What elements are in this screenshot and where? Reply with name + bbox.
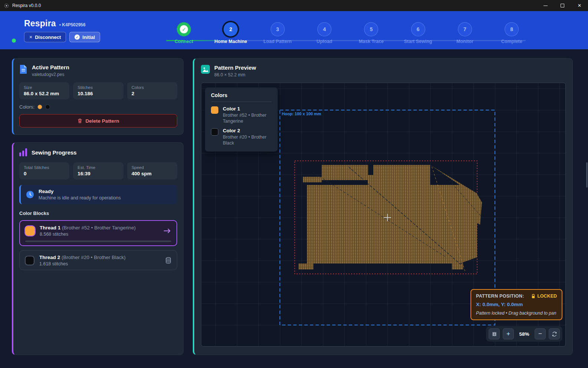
step-done-icon: ✓ — [177, 22, 191, 36]
legend-title: Colors — [211, 92, 272, 102]
clock-icon — [26, 190, 34, 199]
sewing-progress-card: Sewing Progress Total Stitches 0 Est. Ti… — [12, 142, 184, 355]
minimize-icon — [544, 6, 548, 6]
stat-speed: Speed 400 spm — [127, 162, 177, 179]
thread-swatch — [25, 256, 34, 265]
disconnect-button[interactable]: × Disconnect — [24, 32, 66, 42]
step-mask-trace[interactable]: 5 Mask Trace — [348, 22, 394, 44]
thread-name: Thread 2 (Brother #20 • Brother Black) — [39, 255, 126, 260]
initial-button[interactable]: ✓ Initial — [69, 32, 100, 42]
color-swatch-orange — [37, 105, 42, 109]
active-pattern-card: Active Pattern valetudogv2.pes Size 86.0… — [12, 58, 184, 135]
maximize-button[interactable] — [554, 0, 571, 11]
stat-colors: Colors 2 — [127, 82, 177, 99]
locked-badge: LOCKED — [531, 294, 557, 299]
check-circle-icon: ✓ — [75, 34, 80, 40]
step-home-machine[interactable]: 2 Home Machine — [207, 22, 254, 44]
step-load-pattern[interactable]: 3 Load Pattern — [254, 22, 301, 44]
card-title: Active Pattern — [32, 64, 69, 70]
scrollbar-thumb[interactable] — [586, 162, 588, 188]
pattern-dimensions: 86.0 × 52.2 mm — [214, 72, 256, 77]
minus-icon: − — [538, 330, 542, 338]
serial-number: • K4P502956 — [59, 22, 86, 27]
stat-total-stitches: Total Stitches 0 — [19, 162, 69, 179]
window-title: Respira v0.0.0 — [12, 3, 41, 8]
card-title: Sewing Progress — [32, 149, 77, 156]
x-icon: × — [29, 34, 32, 40]
step-monitor[interactable]: 7 Monitor — [442, 22, 488, 44]
fit-view-button[interactable] — [489, 328, 500, 339]
thread-block-2[interactable]: Thread 2 (Brother #20 • Brother Black) 1… — [19, 250, 177, 270]
position-coordinates: X: 0.0mm, Y: 0.0mm — [476, 302, 557, 307]
window-titlebar: Respira v0.0.0 ✕ — [0, 0, 588, 11]
pattern-position-overlay: PATTERN POSITION: LOCKED X: 0.0mm, Y: 0.… — [470, 289, 562, 320]
thread-swatch — [25, 226, 35, 236]
legend-item-color1: Color 1 Brother #52 • Brother Tangerine — [211, 106, 272, 124]
step-start-sewing[interactable]: 6 Start Sewing — [394, 22, 441, 44]
position-hint: Pattern locked • Drag background to pan — [476, 311, 557, 316]
position-label: PATTERN POSITION: — [476, 294, 524, 299]
machine-status-banner: Ready Machine is idle and ready for oper… — [19, 185, 177, 204]
zoom-toolbar: + 58% − — [486, 326, 562, 342]
pattern-preview-card: Pattern Preview 86.0 × 52.2 mm — [193, 58, 573, 355]
workflow-stepper: ✓ Connect 2 Home Machine 3 Load Pattern … — [161, 22, 535, 44]
pattern-filename: valetudogv2.pes — [32, 72, 69, 77]
delete-pattern-button[interactable]: Delete Pattern — [19, 114, 177, 127]
refresh-icon — [552, 331, 557, 337]
layers-icon — [165, 257, 172, 264]
legend-swatch-orange — [211, 106, 218, 114]
minimize-button[interactable] — [537, 0, 554, 11]
connection-status-dot — [12, 39, 16, 43]
status-title: Ready — [39, 189, 121, 194]
thread-progress-bar — [25, 241, 171, 242]
reset-view-button[interactable] — [549, 328, 560, 339]
thread-stitch-count: 1.618 stitches — [39, 261, 126, 266]
trash-icon — [77, 118, 82, 123]
legend-swatch-black — [211, 128, 218, 136]
zoom-in-button[interactable]: + — [503, 328, 514, 339]
colors-label: Colors: — [19, 104, 34, 110]
stat-stitches: Stitches 10.186 — [73, 82, 123, 99]
thread-block-1[interactable]: Thread 1 (Brother #52 • Brother Tangerin… — [19, 220, 177, 246]
stat-size: Size 86.0 x 52.2 mm — [19, 82, 69, 99]
card-title: Pattern Preview — [214, 64, 256, 71]
colors-legend: Colors Color 1 Brother #52 • Brother Tan… — [205, 87, 278, 152]
image-icon — [201, 65, 210, 77]
step-connect[interactable]: ✓ Connect — [161, 22, 207, 44]
hoop-size-label: Hoop: 100 x 100 mm — [282, 112, 321, 116]
close-button[interactable]: ✕ — [571, 0, 588, 11]
bar-chart-icon — [19, 148, 27, 156]
color-swatch-black — [45, 105, 50, 109]
maximize-icon — [561, 4, 564, 7]
step-upload[interactable]: 4 Upload — [301, 22, 348, 44]
zoom-out-button[interactable]: − — [535, 328, 546, 339]
brand-name: Respira — [24, 19, 56, 29]
compress-icon — [492, 331, 497, 337]
lock-icon — [531, 294, 535, 299]
app-icon — [4, 3, 9, 9]
thread-name: Thread 1 (Brother #52 • Brother Tangerin… — [40, 225, 136, 231]
status-description: Machine is idle and ready for operations — [39, 195, 121, 200]
preview-canvas[interactable]: Hoop: 100 x 100 mm Colors Color 1 Brothe… — [201, 83, 566, 347]
legend-item-color2: Color 2 Brother #20 • Brother Black — [211, 128, 272, 146]
step-complete[interactable]: 8 Complete — [488, 22, 535, 44]
document-icon — [19, 64, 27, 77]
stat-est-time: Est. Time 16:39 — [73, 162, 123, 179]
app-header: Respira • K4P502956 × Disconnect ✓ Initi… — [0, 11, 588, 49]
thread-stitch-count: 8.568 stitches — [40, 232, 136, 237]
color-blocks-label: Color Blocks — [19, 210, 177, 216]
close-icon: ✕ — [578, 3, 581, 8]
zoom-level: 58% — [517, 331, 532, 337]
arrow-right-icon — [163, 228, 171, 234]
plus-icon: + — [506, 330, 510, 338]
